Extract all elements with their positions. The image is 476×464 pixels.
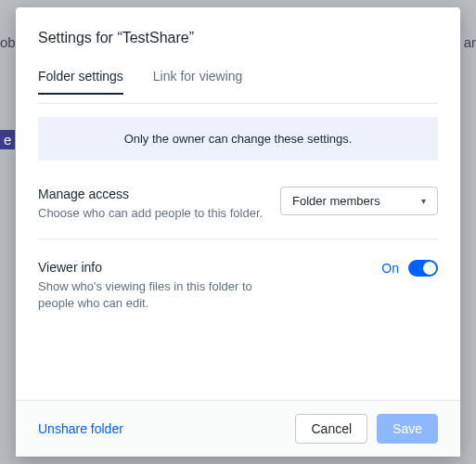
manage-access-label: Manage access [38, 187, 263, 201]
owner-notice: Only the owner can change these settings… [38, 117, 438, 161]
viewer-info-state: On [381, 261, 399, 276]
viewer-info-sub: Show who's viewing files in this folder … [38, 278, 270, 312]
tab-folder-settings[interactable]: Folder settings [38, 69, 123, 95]
viewer-info-section: Viewer info Show who's viewing files in … [38, 238, 438, 329]
manage-access-select[interactable]: Folder members ▾ [280, 187, 438, 215]
bg-text: ob [0, 34, 16, 50]
settings-modal: Settings for “TestShare” Folder settings… [16, 7, 460, 457]
viewer-info-label: Viewer info [38, 260, 270, 275]
viewer-info-toggle[interactable] [408, 260, 438, 277]
save-button[interactable]: Save [377, 414, 438, 444]
bg-text: ar [464, 34, 476, 50]
modal-title: Settings for “TestShare” [38, 30, 438, 46]
cancel-button[interactable]: Cancel [295, 414, 367, 444]
chevron-down-icon: ▾ [421, 196, 426, 206]
modal-footer: Unshare folder Cancel Save [16, 400, 460, 457]
manage-access-value: Folder members [292, 194, 380, 208]
manage-access-sub: Choose who can add people to this folder… [38, 205, 263, 222]
tabs-divider [38, 103, 438, 104]
bg-text: e [0, 130, 15, 149]
tabs: Folder settings Link for viewing [38, 69, 438, 94]
manage-access-section: Manage access Choose who can add people … [38, 181, 438, 238]
tab-link-for-viewing[interactable]: Link for viewing [153, 69, 243, 94]
unshare-link[interactable]: Unshare folder [38, 421, 123, 436]
